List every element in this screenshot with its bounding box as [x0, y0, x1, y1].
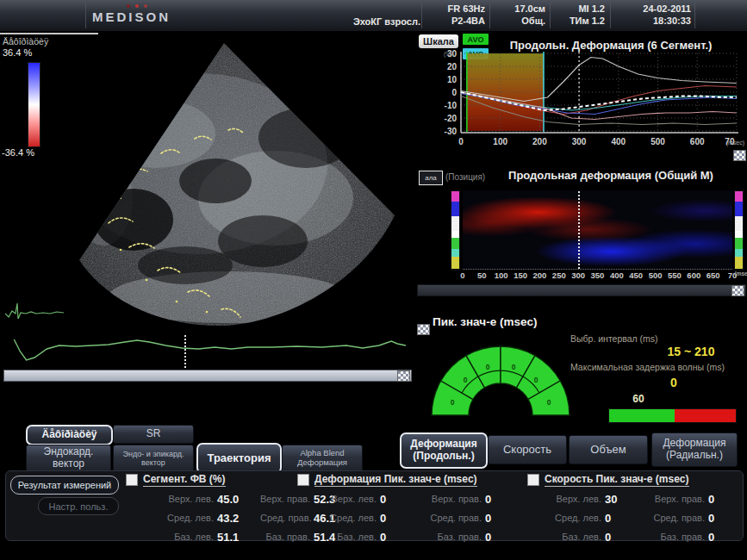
measure-label: Сред. прав. — [643, 513, 705, 523]
legend-color-segment — [735, 216, 743, 231]
measure-value: 0 — [605, 512, 639, 525]
measure-group-checkbox[interactable] — [126, 474, 138, 486]
segment-peak-value: 0 — [464, 376, 468, 384]
mmode-x-tick-label: 500 — [646, 271, 665, 280]
header-divider — [550, 3, 551, 28]
sector-texture — [0, 34, 414, 334]
measure-grid: Верх. лев.30Верх. прав.0Сред. лев.0Сред.… — [527, 489, 743, 546]
x-axis-tick-label: 100 — [493, 137, 507, 146]
measure-group-title: Сегмент. ФВ (%) — [143, 473, 226, 487]
ecg-frame-cursor[interactable] — [184, 335, 186, 368]
measure-value: 0 — [380, 493, 414, 506]
strain-mmode-heatmap[interactable] — [463, 190, 732, 270]
measure-group-title: Деформация Пик. знач-е (msec) — [314, 473, 477, 487]
mode-button-endocard-vector[interactable]: Эндокард. вектор — [26, 445, 111, 472]
scale-mini-button[interactable]: ала — [419, 171, 443, 185]
measure-value: 0 — [485, 531, 520, 544]
measure-value: 0 — [485, 512, 520, 525]
measure-result-button[interactable]: Результат измерений — [10, 476, 119, 495]
mode-button-endo-epicard-vector[interactable]: Эндо- и эпикард. вектор — [113, 445, 194, 472]
mi-value: MI 1.2 — [551, 3, 605, 14]
mmode-x-tick-label: 650 — [704, 271, 723, 280]
header-divider — [694, 3, 695, 28]
probe-name: P2-4BA — [426, 16, 485, 26]
segment-peak-value: 0 — [534, 376, 538, 384]
mmode-x-tick-label: 0 — [453, 271, 472, 280]
brand-dots-icon — [127, 4, 147, 8]
mmode-x-tick-label: 250 — [550, 271, 569, 280]
resize-handle-icon[interactable] — [397, 370, 410, 382]
measure-group-checkbox[interactable] — [527, 474, 539, 486]
ultrasound-sector-image[interactable] — [0, 34, 414, 334]
legend-color-segment — [735, 202, 743, 216]
peak-panel-title: Пик. знач-е (msec) — [433, 315, 537, 328]
mode-button-sr[interactable]: SR — [113, 425, 194, 444]
mmode-x-tick-label: 450 — [626, 271, 645, 280]
ti-value: ТИм 1.2 — [551, 16, 605, 26]
measure-label: Сред. прав. — [418, 513, 482, 523]
frame-rate: FR 63Hz — [426, 3, 485, 14]
y-axis-tick-label: -30 — [445, 127, 458, 136]
measure-value: 45.0 — [217, 493, 257, 506]
mmode-scrollbar[interactable] — [417, 284, 746, 296]
exam-time: 18:30:33 — [615, 16, 691, 26]
mmode-x-tick-label: 150 — [511, 271, 530, 280]
ecg-waveform — [14, 339, 406, 360]
mmode-x-tick-label: 200 — [530, 271, 549, 280]
measure-label: Сред. лев. — [527, 513, 601, 523]
legend-color-segment — [735, 249, 743, 257]
delay-bar-red — [675, 409, 736, 422]
max-delay-label: Максимальная задержка волны (ms) — [570, 362, 725, 372]
header-divider — [489, 3, 490, 28]
scale-button[interactable]: Шкала — [419, 34, 458, 48]
mmode-x-unit-label: (msec) — [731, 271, 747, 277]
interval-label: Выбр. интервал (ms) — [570, 333, 658, 344]
measure-group: Деформация Пик. знач-е (msec)Верх. лев.0… — [297, 473, 520, 546]
measure-label: Верх. лев. — [527, 494, 601, 504]
mmode-x-tick-label: 300 — [569, 271, 588, 280]
view-button-velocity[interactable]: Скорость — [488, 435, 567, 464]
measure-group-title: Скорость Пик. знач-е (msec) — [545, 473, 689, 487]
mode-button-alpha-blend[interactable]: Alpha Blend Деформация — [282, 445, 363, 472]
measure-group-header: Деформация Пик. знач-е (msec) — [297, 473, 520, 486]
view-button-volume[interactable]: Объем — [569, 435, 648, 464]
segment-peak-value: 0 — [547, 398, 551, 407]
measure-group-checkbox[interactable] — [297, 474, 309, 486]
measure-group-header: Скорость Пик. знач-е (msec) — [527, 473, 743, 486]
mini-ecg-waveform — [5, 303, 64, 319]
user-settings-button[interactable]: Настр. польз. — [38, 497, 119, 515]
legend-color-segment — [735, 191, 743, 202]
interval-value: 15 ~ 210 — [648, 345, 734, 358]
mode-button-trajectory[interactable]: Траектория — [196, 443, 282, 474]
view-button-strain-radial[interactable]: Деформация (Радиальн.) — [651, 432, 738, 467]
header-divider — [421, 3, 422, 28]
mmode-x-tick-label: 50 — [472, 271, 491, 280]
measure-value: 0 — [380, 531, 414, 544]
measure-value: 30 — [605, 493, 639, 506]
imaging-mode: Общ. — [494, 16, 545, 26]
mode-button-deformation[interactable]: Äåôîðìàöèÿ — [26, 425, 113, 445]
mmode-x-tick-label: 550 — [665, 271, 684, 280]
delay-bar-value: 60 — [624, 393, 653, 405]
measure-value: 51.1 — [217, 531, 257, 544]
legend-color-segment — [451, 202, 459, 216]
measure-label: Баз. лев. — [126, 532, 214, 542]
x-axis-tick-label: 300 — [572, 137, 587, 146]
delay-bar-green — [609, 409, 675, 422]
y-axis-unit-label: (%) — [444, 51, 452, 58]
segment-peak-value: 0 — [486, 363, 490, 371]
mmode-time-cursor[interactable] — [578, 191, 580, 269]
ultrasound-app: MEDISON ЭхоКГ взросл. FR 63Hz P2-4BA 17.… — [0, 0, 747, 560]
x-axis-tick-label: 600 — [690, 137, 705, 146]
strain-chart: 3020100-10-20-30010020030040050060070(ms… — [416, 48, 747, 160]
header-divider — [610, 3, 611, 28]
resize-handle-icon[interactable] — [733, 150, 746, 161]
measure-value: 43.2 — [217, 512, 257, 525]
y-axis-tick-label: 20 — [447, 62, 458, 72]
legend-color-segment — [451, 257, 459, 269]
max-delay-value: 0 — [648, 376, 700, 389]
view-button-strain-longitudinal[interactable]: Деформация (Продольн.) — [400, 432, 488, 469]
cine-scrollbar[interactable] — [3, 370, 412, 382]
measure-label: Баз. прав. — [643, 532, 705, 542]
resize-handle-icon[interactable] — [731, 285, 744, 296]
